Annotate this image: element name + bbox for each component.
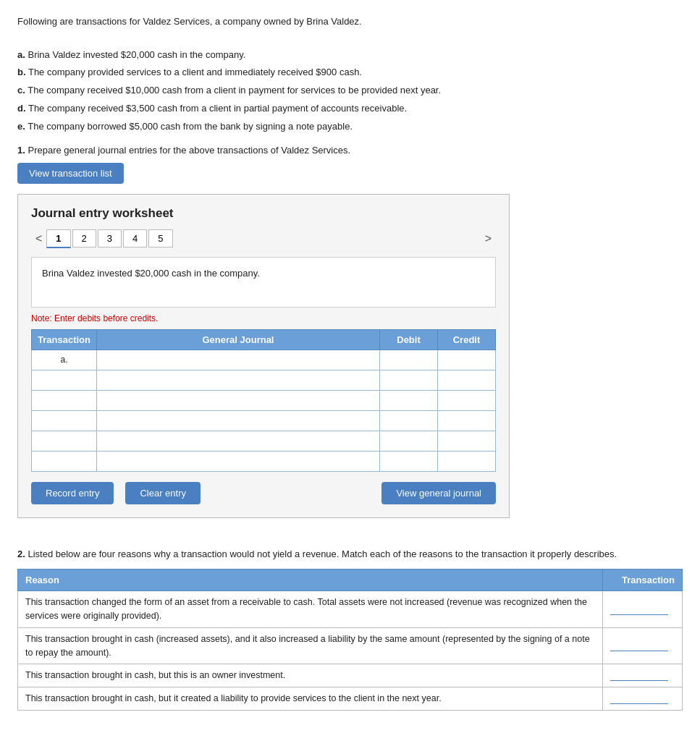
view-general-journal-button[interactable]: View general journal (381, 482, 496, 504)
reason-cell: This transaction brought in cash (increa… (18, 627, 603, 664)
credit-cell[interactable] (438, 410, 496, 431)
debit-input[interactable] (384, 412, 433, 428)
general-journal-input[interactable] (101, 392, 375, 408)
note-text: Note: Enter debits before credits. (31, 313, 496, 323)
transaction-cell: a. (32, 350, 97, 370)
question2-label: 2. Listed below are four reasons why a t… (17, 547, 683, 562)
intro-section: Following are transactions for Valdez Se… (17, 14, 683, 135)
credit-input[interactable] (442, 412, 491, 428)
match-transaction-cell[interactable] (603, 627, 683, 664)
general-journal-input[interactable] (101, 372, 375, 388)
credit-cell[interactable] (438, 370, 496, 390)
header-debit: Debit (380, 329, 438, 350)
tab-5[interactable]: 5 (148, 229, 172, 247)
match-transaction-input[interactable] (610, 693, 668, 704)
reason-cell: This transaction brought in cash, but th… (18, 664, 603, 687)
match-transaction-input[interactable] (610, 670, 668, 681)
general-journal-input[interactable] (101, 453, 375, 469)
credit-input[interactable] (442, 392, 491, 408)
worksheet-title: Journal entry worksheet (31, 206, 496, 221)
header-credit: Credit (438, 329, 496, 350)
match-table-row: This transaction brought in cash, but th… (18, 664, 683, 687)
match-transaction-input[interactable] (610, 604, 668, 615)
transaction-cell (32, 390, 97, 410)
general-journal-input[interactable] (101, 412, 375, 428)
credit-input[interactable] (442, 453, 491, 469)
transaction-b: b. The company provided services to a cl… (17, 65, 683, 80)
table-row (32, 451, 496, 471)
next-tab-button[interactable]: > (481, 231, 496, 247)
transaction-cell (32, 370, 97, 390)
reason-cell: This transaction brought in cash, but it… (18, 687, 603, 711)
table-row (32, 410, 496, 431)
general-journal-cell[interactable] (97, 350, 380, 370)
transaction-e: e. The company borrowed $5,000 cash from… (17, 119, 683, 135)
transaction-d: d. The company received $3,500 cash from… (17, 101, 683, 117)
transaction-cell (32, 431, 97, 451)
question1-label: 1. Prepare general journal entries for t… (17, 145, 683, 156)
transaction-a: a. Brina Valdez invested $20,000 cash in… (17, 48, 683, 63)
prev-tab-button[interactable]: < (31, 231, 46, 247)
general-journal-input[interactable] (101, 433, 375, 449)
credit-cell[interactable] (438, 451, 496, 471)
transaction-cell (32, 451, 97, 471)
match-header-reason: Reason (18, 569, 603, 591)
tab-2[interactable]: 2 (72, 229, 96, 247)
general-journal-cell[interactable] (97, 451, 380, 471)
transaction-cell (32, 410, 97, 431)
tab-1[interactable]: 1 (46, 229, 70, 248)
transaction-c: c. The company received $10,000 cash fro… (17, 83, 683, 98)
table-row (32, 370, 496, 390)
match-transaction-input[interactable] (610, 640, 668, 651)
header-general-journal: General Journal (97, 329, 380, 350)
match-table-row: This transaction brought in cash (increa… (18, 627, 683, 664)
clear-entry-button[interactable]: Clear entry (125, 482, 201, 504)
general-journal-input[interactable] (101, 352, 375, 368)
journal-buttons-row: Record entry Clear entry View general jo… (31, 482, 496, 504)
table-row (32, 431, 496, 451)
match-transaction-cell[interactable] (603, 664, 683, 687)
debit-cell[interactable] (380, 451, 438, 471)
reason-cell: This transaction changed the form of an … (18, 591, 603, 628)
general-journal-cell[interactable] (97, 370, 380, 390)
debit-cell[interactable] (380, 410, 438, 431)
tabs-row: < 1 2 3 4 5 > (31, 229, 496, 248)
credit-input[interactable] (442, 433, 491, 449)
match-table-row: This transaction changed the form of an … (18, 591, 683, 628)
table-row (32, 390, 496, 410)
view-transaction-list-button[interactable]: View transaction list (17, 163, 124, 184)
table-row: a. (32, 350, 496, 370)
credit-input[interactable] (442, 372, 491, 388)
general-journal-cell[interactable] (97, 431, 380, 451)
credit-input[interactable] (442, 352, 491, 368)
match-table: Reason Transaction This transaction chan… (17, 569, 683, 711)
debit-input[interactable] (384, 372, 433, 388)
general-journal-cell[interactable] (97, 410, 380, 431)
general-journal-cell[interactable] (97, 390, 380, 410)
debit-input[interactable] (384, 392, 433, 408)
credit-cell[interactable] (438, 390, 496, 410)
journal-table: Transaction General Journal Debit Credit… (31, 329, 496, 472)
debit-input[interactable] (384, 453, 433, 469)
debit-cell[interactable] (380, 370, 438, 390)
match-transaction-cell[interactable] (603, 591, 683, 628)
tab-4[interactable]: 4 (123, 229, 147, 247)
transaction-description: Brina Valdez invested $20,000 cash in th… (31, 257, 496, 308)
match-transaction-cell[interactable] (603, 687, 683, 711)
debit-cell[interactable] (380, 350, 438, 370)
tab-3[interactable]: 3 (98, 229, 122, 247)
match-table-row: This transaction brought in cash, but it… (18, 687, 683, 711)
credit-cell[interactable] (438, 431, 496, 451)
debit-input[interactable] (384, 352, 433, 368)
intro-opening: Following are transactions for Valdez Se… (17, 14, 683, 30)
match-header-transaction: Transaction (603, 569, 683, 591)
header-transaction: Transaction (32, 329, 97, 350)
journal-entry-worksheet: Journal entry worksheet < 1 2 3 4 5 > Br… (17, 194, 510, 518)
debit-cell[interactable] (380, 431, 438, 451)
debit-cell[interactable] (380, 390, 438, 410)
record-entry-button[interactable]: Record entry (31, 482, 114, 504)
debit-input[interactable] (384, 433, 433, 449)
credit-cell[interactable] (438, 350, 496, 370)
